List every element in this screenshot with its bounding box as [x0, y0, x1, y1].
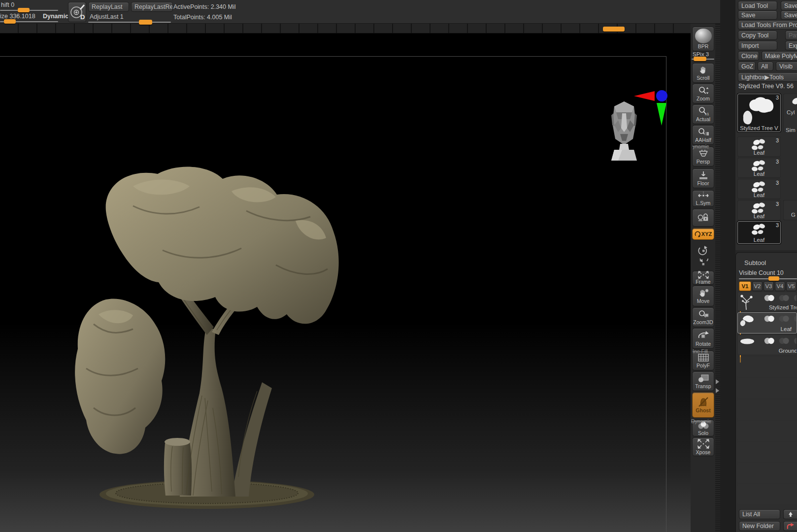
aahalf-button[interactable]: AAHalf — [692, 125, 714, 145]
save-button[interactable]: Save — [738, 10, 777, 20]
zoom-button[interactable]: Zoom — [692, 84, 714, 103]
magnifier-x1-icon: x1 — [697, 106, 709, 116]
load-tool-button[interactable]: Load Tool — [738, 1, 777, 10]
ghost-button[interactable]: Ghost — [692, 392, 714, 418]
import-button[interactable]: Import — [738, 41, 777, 50]
draw-size-brush-button[interactable]: D — [68, 2, 86, 22]
spix-slider-thumb[interactable] — [694, 57, 706, 61]
export-button[interactable]: Expo — [785, 41, 797, 50]
active-points-readout: ActivePoints: 2.340 Mil — [173, 3, 235, 10]
subtool-empty-slot — [737, 463, 797, 483]
subtool-row-ground[interactable]: Ground — [737, 334, 797, 355]
adjust-last-thumb[interactable] — [139, 20, 152, 25]
polygroup-count-badge: 3 — [776, 222, 779, 228]
rotate-y-button[interactable] — [692, 244, 714, 257]
copy-tool-button[interactable]: Copy Tool — [738, 31, 777, 40]
tray-open-arrow-icon[interactable] — [716, 388, 719, 393]
gizmo-z-axis-icon[interactable] — [656, 90, 667, 101]
tree-glyph-icon — [739, 293, 754, 311]
replay-last-rel-button[interactable]: ReplayLastRel — [131, 2, 173, 12]
save-alt-button[interactable]: Save — [781, 10, 797, 20]
eye-disabled-icon[interactable] — [792, 337, 797, 347]
tool-item-stylized-tree-v[interactable]: 3Stylized Tree V — [737, 94, 781, 132]
eye-disabled-icon[interactable] — [792, 315, 797, 325]
size-slider-thumb[interactable] — [4, 19, 16, 24]
actual-button[interactable]: x1Actual — [692, 104, 714, 124]
tool-item-leaf[interactable]: 3Leaf — [737, 200, 781, 220]
magnifier-updown-icon — [697, 86, 709, 96]
gizmo-x-axis-icon[interactable] — [634, 91, 655, 101]
tray-open-arrow-icon[interactable] — [716, 379, 719, 384]
xyz-button[interactable]: XYZ — [692, 228, 714, 240]
document-border-top — [0, 56, 666, 57]
make-polymesh-button[interactable]: Make PolyMe — [762, 51, 797, 61]
size-slider-label: ize 336.1018 — [0, 13, 35, 20]
eye-visibility-icon[interactable] — [763, 294, 776, 304]
adjust-last-slider[interactable] — [88, 22, 171, 23]
camera-lock-button[interactable] — [692, 209, 714, 227]
persp-button[interactable]: Persp — [692, 147, 714, 166]
visible-count-thumb[interactable] — [768, 276, 779, 281]
transp-button[interactable]: Transp — [692, 371, 714, 391]
document-border-right — [666, 56, 666, 532]
goz-button[interactable]: GoZ — [738, 62, 756, 71]
document-canvas[interactable] — [0, 33, 691, 532]
subtool-tab-v4[interactable]: V4 — [775, 281, 785, 291]
xpose-button[interactable]: Xpose — [692, 437, 714, 456]
scroll-button[interactable]: Scroll — [692, 63, 714, 83]
subtool-move-button[interactable] — [783, 521, 797, 531]
goz-visible-button[interactable]: Visib — [776, 62, 797, 71]
gizmo-y-axis-icon[interactable] — [657, 103, 666, 126]
subtool-tab-v3[interactable]: V3 — [764, 281, 774, 291]
tool-item-leaf[interactable]: 3Leaf — [737, 136, 781, 157]
goz-all-button[interactable]: All — [758, 62, 773, 71]
leaf-thumb-icon — [747, 223, 770, 238]
visible-count-slider[interactable] — [739, 278, 797, 279]
rotate3d-icon — [697, 330, 710, 341]
eye-visibility-icon[interactable] — [763, 315, 776, 325]
subtool-row-stylized-tre[interactable]: Stylized Tre — [737, 292, 797, 311]
frame-button[interactable]: Frame — [692, 271, 714, 285]
lightbox-tools-button[interactable]: Lightbox▶Tools — [738, 72, 797, 82]
floor-arrow-icon — [697, 170, 709, 180]
load-tools-from-project-button[interactable]: Load Tools From Pro — [738, 20, 797, 30]
rotate-z-button[interactable] — [692, 258, 714, 270]
rotate-button[interactable]: Rotate — [692, 328, 714, 349]
subtool-up-button[interactable] — [783, 509, 797, 519]
tray-divider[interactable] — [715, 24, 720, 532]
floor-button[interactable]: Floor — [692, 168, 714, 188]
list-all-button[interactable]: List All — [739, 509, 780, 519]
xyz-rotate-icon: XYZ — [695, 231, 712, 237]
subtool-tab-v2[interactable]: V2 — [752, 281, 763, 291]
paste-tool-button[interactable]: Past — [785, 31, 797, 40]
zoom3d-button[interactable]: Zoom3D — [692, 307, 714, 327]
subtool-name: Leaf — [781, 326, 792, 332]
svg-text:D: D — [80, 13, 85, 21]
tool-item-leaf[interactable]: 3Leaf — [737, 221, 781, 244]
shift-slider-thumb[interactable] — [18, 8, 30, 12]
subtool-tab-v1[interactable]: V1 — [739, 281, 751, 291]
eye-visibility-icon[interactable] — [763, 337, 776, 347]
subtool-empty-slot — [737, 421, 797, 441]
subtool-row-leaf[interactable]: Leaf — [737, 312, 797, 333]
bpr-button[interactable]: BPR — [692, 27, 714, 51]
tool-item-leaf[interactable]: 3Leaf — [737, 179, 781, 199]
move-button[interactable]: Move — [692, 286, 714, 306]
new-folder-button[interactable]: New Folder — [739, 521, 780, 531]
tool-item-leaf[interactable]: 3Leaf — [737, 158, 781, 178]
eye-disabled-icon[interactable] — [777, 294, 791, 304]
ground-glyph-icon — [739, 336, 756, 349]
eye-disabled-icon[interactable] — [777, 337, 791, 347]
replay-last-button[interactable]: ReplayLast — [88, 2, 129, 12]
eye-disabled-icon[interactable] — [792, 294, 797, 304]
subtool-tab-v5[interactable]: V5 — [786, 281, 797, 291]
save-as-button[interactable]: Save — [781, 1, 797, 10]
eye-disabled-icon[interactable] — [777, 315, 791, 325]
clone-button[interactable]: Clone — [738, 51, 759, 61]
subtool-empty-slot — [737, 357, 797, 377]
canvas-scroll-strip[interactable] — [0, 24, 691, 33]
tree-model[interactable] — [59, 152, 374, 511]
camera-orientation-head[interactable] — [607, 98, 641, 163]
canvas-scroll-thumb[interactable] — [603, 27, 625, 32]
l-sym-button[interactable]: L.Sym — [692, 190, 714, 207]
